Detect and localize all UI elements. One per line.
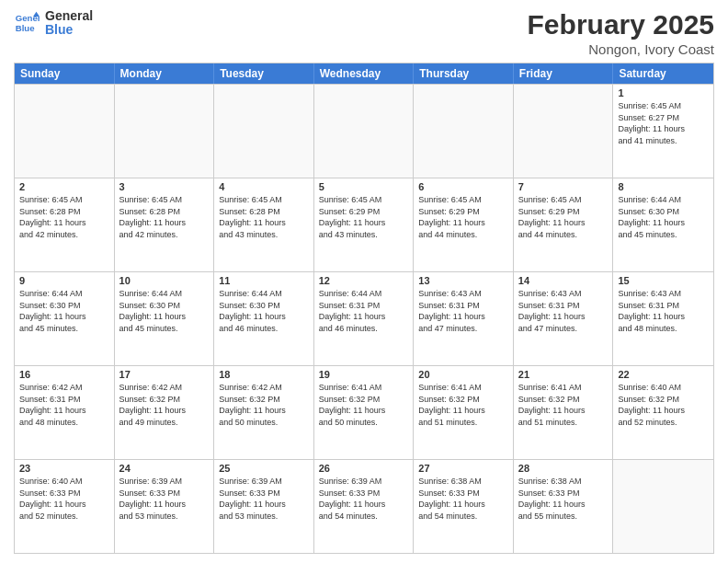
cell-info: Sunrise: 6:40 AM Sunset: 6:32 PM Dayligh… <box>618 382 709 428</box>
main-title: February 2025 <box>528 9 714 40</box>
cal-day-header: Sunday <box>15 63 115 84</box>
day-number: 2 <box>19 181 109 192</box>
cal-cell: 6Sunrise: 6:45 AM Sunset: 6:29 PM Daylig… <box>414 178 514 271</box>
day-number: 8 <box>618 181 709 192</box>
cal-week-row: 9Sunrise: 6:44 AM Sunset: 6:30 PM Daylig… <box>15 271 713 365</box>
cal-cell: 4Sunrise: 6:45 AM Sunset: 6:28 PM Daylig… <box>214 178 314 271</box>
cal-day-header: Thursday <box>414 63 514 84</box>
cell-info: Sunrise: 6:44 AM Sunset: 6:30 PM Dayligh… <box>618 194 709 240</box>
cell-info: Sunrise: 6:44 AM Sunset: 6:31 PM Dayligh… <box>319 288 409 334</box>
cal-day-header: Tuesday <box>214 63 314 84</box>
logo-line1: General <box>45 9 93 23</box>
cal-cell: 1Sunrise: 6:45 AM Sunset: 6:27 PM Daylig… <box>613 85 713 178</box>
cell-info: Sunrise: 6:41 AM Sunset: 6:32 PM Dayligh… <box>319 382 409 428</box>
cal-cell: 21Sunrise: 6:41 AM Sunset: 6:32 PM Dayli… <box>514 366 614 459</box>
day-number: 1 <box>618 87 709 98</box>
day-number: 10 <box>119 275 210 286</box>
day-number: 4 <box>219 181 309 192</box>
cal-cell: 2Sunrise: 6:45 AM Sunset: 6:28 PM Daylig… <box>15 178 115 271</box>
calendar-body: 1Sunrise: 6:45 AM Sunset: 6:27 PM Daylig… <box>15 84 713 553</box>
day-number: 7 <box>518 181 609 192</box>
cal-cell: 25Sunrise: 6:39 AM Sunset: 6:33 PM Dayli… <box>214 460 314 553</box>
day-number: 22 <box>618 369 709 380</box>
day-number: 17 <box>119 369 210 380</box>
cell-info: Sunrise: 6:44 AM Sunset: 6:30 PM Dayligh… <box>119 288 210 334</box>
cell-info: Sunrise: 6:43 AM Sunset: 6:31 PM Dayligh… <box>518 288 609 334</box>
cal-cell: 7Sunrise: 6:45 AM Sunset: 6:29 PM Daylig… <box>514 178 614 271</box>
cell-info: Sunrise: 6:42 AM Sunset: 6:32 PM Dayligh… <box>119 382 210 428</box>
cell-info: Sunrise: 6:41 AM Sunset: 6:32 PM Dayligh… <box>518 382 609 428</box>
cal-cell <box>613 460 713 553</box>
logo-line2: Blue <box>45 23 73 37</box>
header: General Blue General Blue February 2025 … <box>14 9 714 57</box>
cell-info: Sunrise: 6:45 AM Sunset: 6:27 PM Dayligh… <box>618 100 709 146</box>
cal-cell: 26Sunrise: 6:39 AM Sunset: 6:33 PM Dayli… <box>314 460 415 553</box>
cal-day-header: Saturday <box>613 63 713 84</box>
cal-cell: 22Sunrise: 6:40 AM Sunset: 6:32 PM Dayli… <box>613 366 713 459</box>
cal-week-row: 16Sunrise: 6:42 AM Sunset: 6:31 PM Dayli… <box>15 365 713 459</box>
day-number: 25 <box>219 463 309 474</box>
svg-text:Blue: Blue <box>16 23 35 33</box>
cal-cell <box>214 85 314 178</box>
cal-cell: 18Sunrise: 6:42 AM Sunset: 6:32 PM Dayli… <box>214 366 314 459</box>
cell-info: Sunrise: 6:45 AM Sunset: 6:28 PM Dayligh… <box>219 194 309 240</box>
day-number: 23 <box>19 463 109 474</box>
cal-cell: 23Sunrise: 6:40 AM Sunset: 6:33 PM Dayli… <box>15 460 115 553</box>
day-number: 20 <box>418 369 508 380</box>
cal-cell: 28Sunrise: 6:38 AM Sunset: 6:33 PM Dayli… <box>514 460 614 553</box>
cal-week-row: 1Sunrise: 6:45 AM Sunset: 6:27 PM Daylig… <box>15 84 713 178</box>
cal-cell: 15Sunrise: 6:43 AM Sunset: 6:31 PM Dayli… <box>613 272 713 365</box>
cal-day-header: Monday <box>115 63 215 84</box>
day-number: 3 <box>119 181 210 192</box>
cell-info: Sunrise: 6:39 AM Sunset: 6:33 PM Dayligh… <box>119 476 210 522</box>
cal-cell: 8Sunrise: 6:44 AM Sunset: 6:30 PM Daylig… <box>613 178 713 271</box>
cal-cell: 13Sunrise: 6:43 AM Sunset: 6:31 PM Dayli… <box>414 272 514 365</box>
logo: General Blue General Blue <box>14 9 93 38</box>
cal-cell: 20Sunrise: 6:41 AM Sunset: 6:32 PM Dayli… <box>414 366 514 459</box>
day-number: 9 <box>19 275 109 286</box>
cal-cell: 12Sunrise: 6:44 AM Sunset: 6:31 PM Dayli… <box>314 272 415 365</box>
day-number: 12 <box>319 275 409 286</box>
cal-day-header: Friday <box>514 63 614 84</box>
day-number: 18 <box>219 369 309 380</box>
cell-info: Sunrise: 6:42 AM Sunset: 6:32 PM Dayligh… <box>219 382 309 428</box>
cell-info: Sunrise: 6:39 AM Sunset: 6:33 PM Dayligh… <box>319 476 409 522</box>
cal-cell <box>414 85 514 178</box>
cal-cell: 24Sunrise: 6:39 AM Sunset: 6:33 PM Dayli… <box>115 460 215 553</box>
cell-info: Sunrise: 6:45 AM Sunset: 6:29 PM Dayligh… <box>319 194 409 240</box>
cal-day-header: Wednesday <box>314 63 415 84</box>
cell-info: Sunrise: 6:45 AM Sunset: 6:29 PM Dayligh… <box>518 194 609 240</box>
cell-info: Sunrise: 6:44 AM Sunset: 6:30 PM Dayligh… <box>219 288 309 334</box>
day-number: 6 <box>418 181 508 192</box>
day-number: 24 <box>119 463 210 474</box>
day-number: 26 <box>319 463 409 474</box>
calendar-header: SundayMondayTuesdayWednesdayThursdayFrid… <box>15 63 713 84</box>
day-number: 15 <box>618 275 709 286</box>
cal-cell: 11Sunrise: 6:44 AM Sunset: 6:30 PM Dayli… <box>214 272 314 365</box>
cal-cell: 9Sunrise: 6:44 AM Sunset: 6:30 PM Daylig… <box>15 272 115 365</box>
cal-cell <box>15 85 115 178</box>
cal-cell: 3Sunrise: 6:45 AM Sunset: 6:28 PM Daylig… <box>115 178 215 271</box>
cell-info: Sunrise: 6:39 AM Sunset: 6:33 PM Dayligh… <box>219 476 309 522</box>
cal-cell <box>314 85 415 178</box>
cal-cell: 16Sunrise: 6:42 AM Sunset: 6:31 PM Dayli… <box>15 366 115 459</box>
page: General Blue General Blue February 2025 … <box>0 0 728 563</box>
subtitle: Nongon, Ivory Coast <box>528 41 714 57</box>
cell-info: Sunrise: 6:44 AM Sunset: 6:30 PM Dayligh… <box>19 288 109 334</box>
cal-week-row: 2Sunrise: 6:45 AM Sunset: 6:28 PM Daylig… <box>15 178 713 271</box>
cell-info: Sunrise: 6:38 AM Sunset: 6:33 PM Dayligh… <box>518 476 609 522</box>
logo-icon: General Blue <box>14 10 40 36</box>
day-number: 5 <box>319 181 409 192</box>
calendar: SundayMondayTuesdayWednesdayThursdayFrid… <box>14 63 714 554</box>
day-number: 21 <box>518 369 609 380</box>
cal-cell: 10Sunrise: 6:44 AM Sunset: 6:30 PM Dayli… <box>115 272 215 365</box>
day-number: 27 <box>418 463 508 474</box>
cal-cell <box>514 85 614 178</box>
cell-info: Sunrise: 6:43 AM Sunset: 6:31 PM Dayligh… <box>618 288 709 334</box>
day-number: 28 <box>518 463 609 474</box>
cell-info: Sunrise: 6:41 AM Sunset: 6:32 PM Dayligh… <box>418 382 508 428</box>
cell-info: Sunrise: 6:43 AM Sunset: 6:31 PM Dayligh… <box>418 288 508 334</box>
cal-cell <box>115 85 215 178</box>
cal-cell: 17Sunrise: 6:42 AM Sunset: 6:32 PM Dayli… <box>115 366 215 459</box>
cal-week-row: 23Sunrise: 6:40 AM Sunset: 6:33 PM Dayli… <box>15 459 713 553</box>
